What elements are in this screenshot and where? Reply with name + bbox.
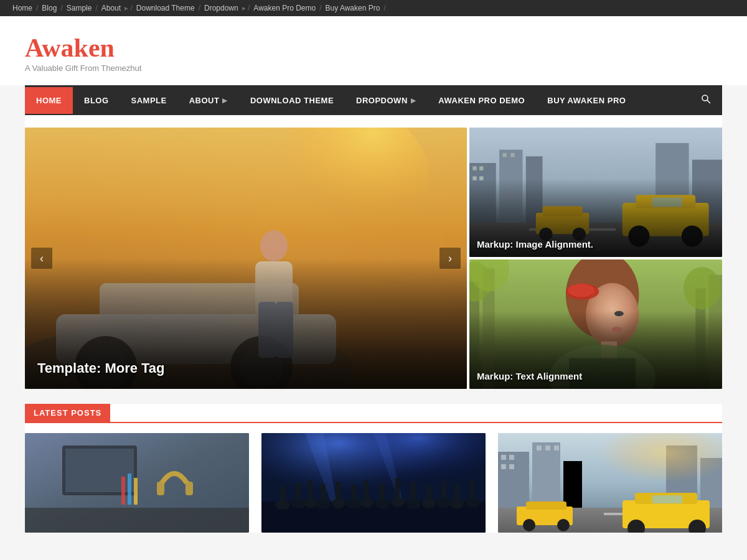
svg-point-97 [391,497,405,507]
topbar-about[interactable]: About [101,4,121,12]
svg-rect-67 [128,474,131,505]
svg-point-92 [316,499,331,509]
nav-about[interactable]: ABOUT ▶ [178,87,239,114]
side-card-1[interactable]: Markup: Text Alignment [469,259,722,389]
topbar-sample[interactable]: Sample [67,4,92,12]
post-thumb-2 [498,433,722,533]
slider-main-caption: Template: More Tag [25,348,177,389]
svg-point-101 [450,499,464,509]
post-card-2[interactable] [498,433,722,533]
svg-rect-68 [134,478,138,505]
nav-awaken-pro-demo[interactable]: AWAKEN PRO DEMO [427,87,536,114]
svg-rect-66 [121,477,125,505]
nav-blog[interactable]: BLOG [73,87,120,114]
svg-point-91 [304,498,317,508]
svg-point-89 [275,500,290,510]
post-thumb-1 [261,433,486,533]
topbar-dropdown[interactable]: Dropdown [204,4,238,12]
nav-buy-awaken-pro[interactable]: BUY AWAKEN PRO [536,87,637,114]
svg-point-102 [465,498,480,508]
svg-point-90 [291,498,306,508]
svg-line-1 [707,100,710,103]
topbar-download-theme[interactable]: Download Theme [136,4,195,12]
side-card-1-image: Markup: Text Alignment [469,259,722,389]
svg-point-95 [360,498,374,508]
latest-posts-heading: LATEST POSTS [25,404,110,422]
post-thumb-0 [25,433,249,533]
site-header: Awaken A Valuable Gift From Themezhut [0,16,747,85]
posts-grid [25,433,722,533]
svg-point-99 [422,498,436,508]
site-subtitle: A Valuable Gift From Themezhut [25,63,722,73]
search-icon [701,94,711,104]
latest-posts-section: LATEST POSTS [25,404,722,533]
site-title[interactable]: Awaken [25,35,722,61]
search-button[interactable] [690,85,722,115]
slider-next-button[interactable]: › [439,248,461,269]
topbar-home[interactable]: Home [12,4,32,12]
main-nav: HOME BLOG SAMPLE ABOUT ▶ DOWNLOAD THEME … [25,85,722,115]
svg-point-94 [347,499,362,509]
topbar-blog[interactable]: Blog [42,4,57,12]
nav-dropdown[interactable]: DROPDOWN ▶ [345,87,427,114]
dropdown-arrow-icon: ▶ [411,97,416,104]
slider-prev-button[interactable]: ‹ [31,248,52,269]
svg-point-96 [375,499,390,509]
side-card-1-caption: Markup: Text Alignment [477,371,715,381]
topbar-buy-awaken-pro[interactable]: Buy Awaken Pro [326,4,380,12]
side-card-0-caption: Markup: Image Alignment. [477,239,715,250]
svg-rect-63 [157,482,164,495]
about-arrow-icon: ▶ [222,97,228,104]
svg-point-98 [406,499,421,509]
slider-section: Template: More Tag ‹ › [25,115,722,389]
slider-main-image: Template: More Tag [25,128,467,389]
svg-rect-64 [186,482,193,495]
side-card-0[interactable]: Markup: Image Alignment. [469,128,722,257]
nav-sample[interactable]: SAMPLE [120,87,178,114]
svg-point-100 [437,498,452,508]
slider-main: Template: More Tag ‹ › [25,128,467,389]
post-card-1[interactable] [261,433,486,533]
side-card-0-image: Markup: Image Alignment. [469,128,722,257]
topbar-awaken-pro-demo[interactable]: Awaken Pro Demo [253,4,316,12]
svg-rect-65 [25,508,249,533]
nav-download-theme[interactable]: DOWNLOAD THEME [239,87,345,114]
nav-home[interactable]: HOME [25,87,73,114]
svg-point-93 [332,498,345,508]
top-bar: Home / Blog / Sample / About ▸ / Downloa… [0,0,747,16]
svg-rect-129 [498,433,722,533]
post-card-0[interactable] [25,433,249,533]
slider-side: Markup: Image Alignment. [469,128,722,389]
